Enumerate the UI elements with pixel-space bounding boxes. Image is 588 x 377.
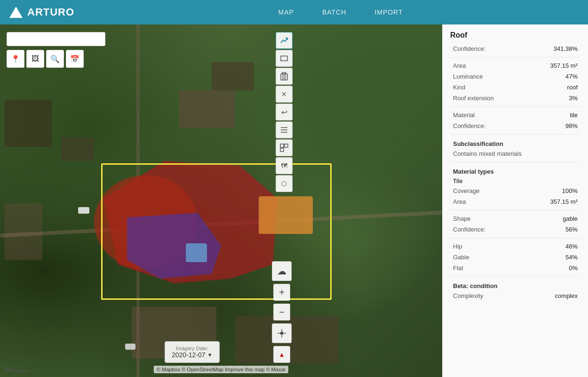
close-button[interactable]: ✕ xyxy=(276,86,293,103)
undo-icon: ↩ xyxy=(281,108,287,117)
divider-5 xyxy=(450,210,580,210)
area-label: Area xyxy=(453,62,550,69)
svg-rect-5 xyxy=(281,56,287,61)
location-tool-button[interactable]: 📍 xyxy=(7,50,24,68)
list-icon xyxy=(280,127,288,133)
flat-row: Flat 0% xyxy=(450,263,580,273)
shape-label: Shape xyxy=(453,215,563,222)
dropdown-chevron-icon[interactable]: ▼ xyxy=(207,352,213,358)
main-content: 123 Main Street 📍 🖼 🔍 📅 xyxy=(0,24,588,377)
address-search-bar[interactable]: 123 Main Street xyxy=(7,32,105,46)
nav-map[interactable]: MAP xyxy=(278,8,294,16)
weather-icon: ☁ xyxy=(277,265,286,277)
mapbox-logo: 🗺 mapbox xyxy=(5,368,30,373)
map-attribution: © Mapbox © OpenStreetMap Improve this ma… xyxy=(154,366,288,373)
building-sim-2 xyxy=(212,62,254,90)
complexity-label: Complexity xyxy=(453,292,555,299)
tile-area-label: Area xyxy=(453,198,550,205)
hip-value: 46% xyxy=(565,243,578,250)
beta-condition-title: Beta: condition xyxy=(450,280,580,290)
tile-coverage-label: Coverage xyxy=(453,187,562,194)
tile-area-value: 357.15 m² xyxy=(550,198,578,205)
location-icon: 📍 xyxy=(11,55,20,64)
north-button[interactable]: ▲ xyxy=(273,346,290,363)
material-confidence-value: 98% xyxy=(565,122,578,129)
shape-row: Shape gable xyxy=(450,213,580,224)
complexity-value: complex xyxy=(555,292,578,299)
roof-extension-value: 3% xyxy=(569,95,578,102)
delete-icon xyxy=(280,72,288,80)
imagery-date-panel[interactable]: Imagery Date: 2020-12-07 ▼ xyxy=(165,341,220,363)
luminance-row: Luminance 47% xyxy=(450,71,580,82)
app-logo: ARTURO xyxy=(9,6,74,18)
hip-row: Hip 46% xyxy=(450,241,580,252)
trend-button[interactable] xyxy=(276,32,293,49)
panel-title: Roof xyxy=(450,31,580,40)
svg-rect-16 xyxy=(280,148,284,152)
right-toolbar: ✕ ↩ 🗺 ⬡ xyxy=(276,32,293,192)
luminance-label: Luminance xyxy=(453,73,565,80)
roof-extension-label: Roof extension xyxy=(453,95,569,102)
logo-text: ARTURO xyxy=(27,6,74,18)
divider-2 xyxy=(450,106,580,107)
material-row: Material tile xyxy=(450,110,580,120)
map-container[interactable]: 123 Main Street 📍 🖼 🔍 📅 xyxy=(0,24,442,377)
zoom-in-button[interactable]: + xyxy=(273,284,290,301)
layers2-button[interactable]: ⬡ xyxy=(276,175,293,192)
confidence-value: 341.38% xyxy=(554,45,578,52)
road-vertical xyxy=(136,24,140,377)
delete-button[interactable] xyxy=(276,68,293,85)
gable-row: Gable 54% xyxy=(450,252,580,263)
subclassification-title: Subclassification xyxy=(450,137,580,148)
nav-batch[interactable]: BATCH xyxy=(322,8,346,16)
tile-coverage-row: Coverage 100% xyxy=(450,185,580,196)
zoom-out-button[interactable]: − xyxy=(273,304,290,321)
luminance-value: 47% xyxy=(565,73,578,80)
svg-rect-14 xyxy=(280,144,284,147)
layers1-icon: 🗺 xyxy=(281,162,287,169)
divider-7 xyxy=(450,276,580,277)
search-tool-button[interactable]: 🔍 xyxy=(46,50,64,68)
layers1-button[interactable]: 🗺 xyxy=(276,157,293,174)
image-icon: 🖼 xyxy=(32,55,39,63)
car-white xyxy=(78,207,89,214)
divider-4 xyxy=(450,162,580,162)
app-header: ARTURO MAP BATCH IMPORT xyxy=(0,0,588,24)
svg-rect-10 xyxy=(282,72,286,74)
area-value: 357.15 m² xyxy=(550,62,578,69)
undo-button[interactable]: ↩ xyxy=(276,104,293,120)
map-bottom-controls: ☁ + − ▲ xyxy=(272,261,292,363)
shape-confidence-label: Confidence: xyxy=(453,226,565,233)
split-button[interactable] xyxy=(276,139,293,156)
gable-value: 54% xyxy=(565,254,578,261)
rectangle-icon xyxy=(280,54,288,63)
close-icon: ✕ xyxy=(281,90,287,98)
rectangle-button[interactable] xyxy=(276,50,293,67)
kind-label: Kind xyxy=(453,84,567,91)
tile-title: Tile xyxy=(450,176,580,185)
divider-6 xyxy=(450,238,580,238)
kind-value: roof xyxy=(567,84,578,91)
hip-label: Hip xyxy=(453,243,565,250)
calendar-tool-button[interactable]: 📅 xyxy=(66,50,84,68)
nav-import[interactable]: IMPORT xyxy=(374,8,403,16)
shape-confidence-value: 56% xyxy=(565,226,578,233)
material-confidence-row: Confidence: 98% xyxy=(450,120,580,131)
weather-button[interactable]: ☁ xyxy=(272,261,292,281)
imagery-date-value: 2020-12-07 ▼ xyxy=(172,351,213,359)
confidence-label: Confidence: xyxy=(453,45,554,52)
list-button[interactable] xyxy=(276,121,293,138)
mapbox-label: mapbox xyxy=(11,368,30,373)
svg-rect-17 xyxy=(280,332,283,335)
divider-1 xyxy=(450,57,580,57)
material-label: Material xyxy=(453,112,570,119)
shape-value: gable xyxy=(563,215,578,222)
mapbox-icon: 🗺 xyxy=(5,368,10,373)
contains-mixed-label: Contains mixed materials xyxy=(450,148,580,159)
complexity-row: Complexity complex xyxy=(450,290,580,301)
flat-value: 0% xyxy=(569,265,578,272)
building-sim-1 xyxy=(179,90,235,128)
address-input[interactable]: 123 Main Street xyxy=(12,35,100,43)
satellite-button[interactable] xyxy=(272,323,292,343)
image-tool-button[interactable]: 🖼 xyxy=(26,50,44,68)
